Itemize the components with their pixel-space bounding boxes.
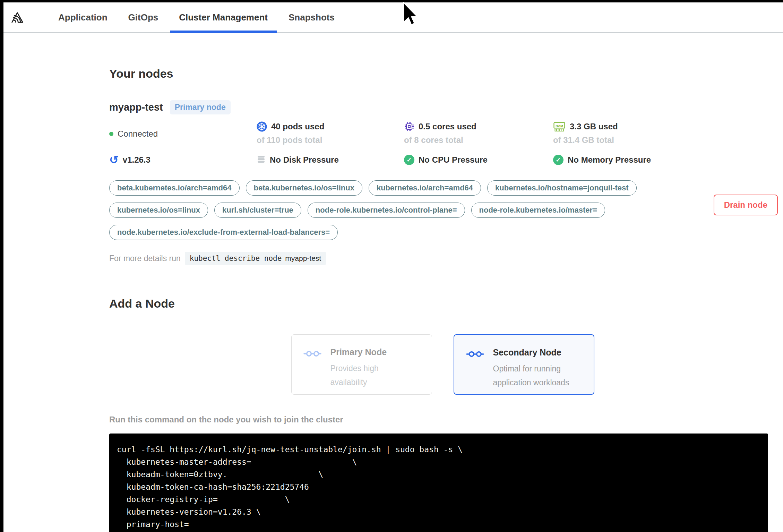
secondary-node-option-desc: Optimal for running application workload…: [493, 362, 569, 389]
ram-icon: RAM: [553, 121, 566, 132]
primary-node-option-desc: Provides high availability: [330, 361, 407, 389]
node-name: myapp-test: [109, 102, 163, 113]
stat-pods: 40 pods used of 110 pods total: [257, 121, 404, 145]
memory-pressure-label: No Memory Pressure: [568, 155, 651, 165]
node-version-label: v1.26.3: [123, 155, 150, 165]
primary-node-option[interactable]: Primary Node Provides high availability: [291, 334, 432, 395]
join-command-instruction: Run this command on the node you wish to…: [109, 415, 776, 424]
node-link-icon: [303, 349, 321, 358]
node-label-tag: beta.kubernetes.io/os=linux: [246, 180, 362, 196]
stat-memory: RAM 3.3 GB used of 31.4 GB total: [553, 121, 776, 145]
main-content: Your nodes myapp-test Primary node Conne…: [3, 33, 783, 532]
check-icon: ✓: [404, 155, 414, 165]
node-labels: beta.kubernetes.io/arch=amd64 beta.kuber…: [109, 180, 650, 240]
tab-snapshots[interactable]: Snapshots: [278, 2, 345, 32]
disk-icon: [257, 155, 266, 165]
memory-used-label: 3.3 GB used: [570, 122, 618, 131]
primary-node-option-title: Primary Node: [330, 347, 407, 357]
node-link-icon: [466, 350, 484, 359]
kubectl-command: kubectl describe node: [190, 254, 282, 263]
kubernetes-pods-icon: [257, 121, 267, 132]
kubectl-describe-chip: kubectl describe node myapp-test: [185, 252, 326, 265]
node-details-hint: For more details run kubectl describe no…: [109, 252, 776, 265]
add-node-heading: Add a Node: [109, 297, 776, 319]
details-prefix: For more details run: [109, 254, 181, 263]
check-icon: ✓: [553, 155, 563, 165]
tab-application[interactable]: Application: [48, 2, 118, 32]
node-label-tag: kurl.sh/cluster=true: [214, 203, 301, 218]
stat-cores: 0.5 cores used of 8 cores total: [404, 121, 553, 145]
node-type-options: Primary Node Provides high availability …: [109, 334, 776, 395]
memory-total-label: of 31.4 GB total: [553, 135, 776, 145]
cores-used-label: 0.5 cores used: [419, 122, 476, 131]
connected-dot-icon: [109, 132, 113, 136]
secondary-node-option-title: Secondary Node: [493, 347, 569, 358]
kurl-logo-icon: [10, 10, 25, 25]
node-status: Connected: [109, 121, 257, 145]
primary-node-badge: Primary node: [170, 100, 231, 114]
node-label-tag: kubernetes.io/os=linux: [109, 203, 208, 218]
tab-cluster-management[interactable]: Cluster Management: [169, 2, 278, 32]
admin-console-page: Application GitOps Cluster Management Sn…: [3, 2, 783, 532]
secondary-node-option[interactable]: Secondary Node Optimal for running appli…: [454, 334, 594, 395]
node-stats-grid: Connected: [109, 121, 776, 165]
join-command-code-block: curl -fsSL https://kurl.sh/jq-new-test-u…: [109, 434, 768, 532]
node-label-tag: kubernetes.io/hostname=jonquil-test: [487, 180, 636, 196]
kubectl-node-name: myapp-test: [285, 254, 321, 263]
cpu-icon: [404, 121, 414, 132]
node-label-tag: node-role.kubernetes.io/master=: [471, 203, 605, 218]
node-version: ↺ v1.26.3: [109, 155, 257, 165]
node-header: myapp-test Primary node: [109, 100, 776, 114]
tab-gitops[interactable]: GitOps: [118, 2, 169, 32]
disk-pressure-condition: No Disk Pressure: [257, 155, 404, 165]
drain-node-button[interactable]: Drain node: [714, 195, 778, 215]
your-nodes-heading: Your nodes: [109, 33, 776, 89]
cpu-pressure-label: No CPU Pressure: [419, 155, 488, 165]
version-icon: ↺: [109, 155, 119, 165]
node-label-tag: node-role.kubernetes.io/control-plane=: [308, 203, 465, 218]
pods-total-label: of 110 pods total: [257, 135, 404, 145]
memory-pressure-condition: ✓ No Memory Pressure: [553, 155, 776, 165]
top-navbar: Application GitOps Cluster Management Sn…: [3, 2, 783, 33]
svg-text:RAM: RAM: [556, 124, 563, 128]
cpu-pressure-condition: ✓ No CPU Pressure: [404, 155, 553, 165]
nav-tabs: Application GitOps Cluster Management Sn…: [48, 2, 345, 32]
node-status-label: Connected: [118, 129, 158, 139]
cores-total-label: of 8 cores total: [404, 135, 553, 145]
disk-pressure-label: No Disk Pressure: [270, 155, 339, 165]
node-label-tag: beta.kubernetes.io/arch=amd64: [109, 180, 240, 196]
node-label-tag: kubernetes.io/arch=amd64: [369, 180, 481, 196]
node-label-tag: node.kubernetes.io/exclude-from-external…: [109, 225, 338, 240]
pods-used-label: 40 pods used: [271, 122, 324, 131]
